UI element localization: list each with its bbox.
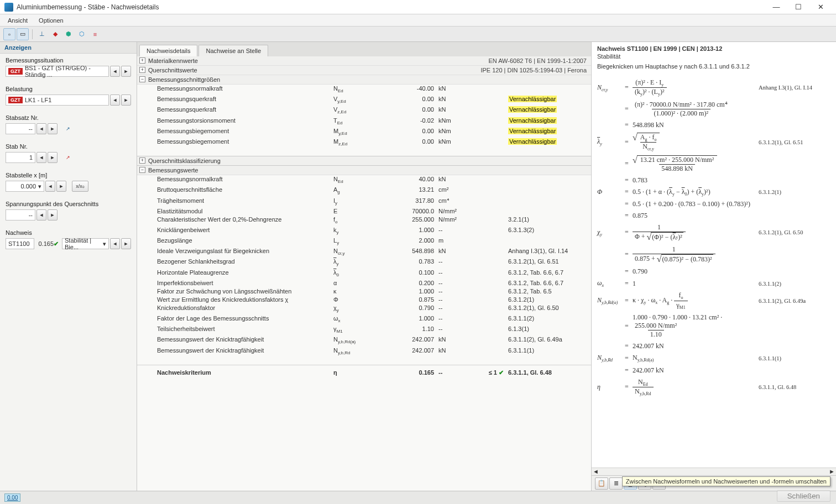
next-button[interactable]: ►	[48, 209, 58, 221]
menu-optionen[interactable]: Optionen	[33, 16, 69, 25]
statusbar: 0.00	[0, 491, 836, 504]
spannungspunkt-label: Spannungspunkt des Querschnitts	[6, 201, 131, 207]
table-row: Faktor zur Schwächung von Längsschweißnä…	[137, 287, 591, 296]
scroll-left-icon[interactable]: ◄	[593, 468, 599, 475]
collapse-icon[interactable]: −	[139, 167, 145, 173]
formula-description: Biegeknicken um Hauptachse y nach 6.3.1.…	[592, 63, 836, 73]
center-panel: Nachweisdetails Nachweise an Stelle + Ma…	[137, 42, 592, 491]
maximize-button[interactable]: ☐	[787, 0, 809, 14]
menubar: Ansicht Optionen	[0, 14, 836, 27]
stab-label: Stab Nr.	[6, 143, 131, 150]
nachweis-label: Nachweis	[6, 229, 131, 236]
menu-ansicht[interactable]: Ansicht	[2, 16, 33, 25]
stab-input[interactable]: 1	[6, 152, 35, 163]
table-row: BemessungsnormalkraftNEd40.00kN	[137, 175, 591, 186]
pick-member-icon[interactable]: ↗	[63, 123, 73, 134]
app-icon	[4, 3, 13, 12]
x-ratio-button[interactable]: x/x₀	[72, 181, 88, 192]
table-row: BemessungsquerkraftVz,Ed0.00kNVernachläs…	[137, 106, 591, 116]
section-klassifizierung[interactable]: + Querschnittsklassifizierung	[137, 156, 591, 166]
tool-pan-icon[interactable]: ▭	[17, 28, 29, 40]
list-icon[interactable]: ≣	[609, 477, 623, 490]
table-row: BemessungsbiegemomentMy,Ed0.00kNmVernach…	[137, 127, 591, 138]
criterion-row: Nachweiskriterium η 0.165 -- ≤ 1 ✔ 6.3.1…	[137, 365, 591, 380]
status-value[interactable]: 0.00	[4, 494, 20, 502]
separator-icon	[32, 29, 33, 39]
stabsatz-input[interactable]: --	[6, 123, 35, 134]
prev-button[interactable]: ◄	[110, 95, 120, 106]
table-row: Horizontale Plateaugrenzeλ00.100--6.3.1.…	[137, 269, 591, 279]
expand-icon[interactable]: +	[139, 57, 145, 64]
formula-chi: χy= 1Φ + (Φ)² − (λy)² 6.3.1.2(1), Gl. 6.…	[597, 223, 830, 242]
tool-stress-icon[interactable]: ◆	[49, 28, 61, 40]
nachweis-category-combo[interactable]: Stabilität | Bie... ▾	[62, 238, 109, 249]
stabsatz-label: Stabsatz Nr.	[6, 114, 131, 121]
formula-ncry: Ncr,y= (π)² · E · Iy(ky)² · (Ly)² Anhang…	[597, 78, 830, 97]
formula-nybrd: Ny,b,Rd=Ny,b,Rd(a) 6.3.1.1(1)	[597, 354, 830, 363]
material-value: EN AW-6082 T6 | EN 1999-1-1:2007	[488, 57, 587, 64]
next-button[interactable]: ►	[48, 152, 58, 163]
prev-button[interactable]: ◄	[36, 152, 46, 163]
table-row: Knicklängenbeiwertky1.000--6.3.1.3(2)	[137, 226, 591, 237]
tool-diagram-icon[interactable]: ≡	[89, 28, 101, 40]
close-dialog-button[interactable]: Schließen	[777, 490, 830, 502]
section-schnittgroessen[interactable]: − Bemessungsschnittgrößen	[137, 75, 591, 85]
close-button[interactable]: ✕	[809, 0, 832, 14]
expand-icon[interactable]: +	[139, 158, 145, 164]
check-icon: ✔	[499, 369, 504, 376]
details-grid[interactable]: + Materialkennwerte EN AW-6082 T6 | EN 1…	[137, 56, 591, 491]
prev-button[interactable]: ◄	[36, 209, 46, 221]
nachweis-id-input[interactable]: ST1100	[6, 238, 34, 249]
table-row: BemessungsnormalkraftNEd-40.00kN	[137, 85, 591, 95]
tab-details[interactable]: Nachweisdetails	[139, 45, 197, 56]
collapse-icon[interactable]: −	[139, 76, 145, 82]
prev-button[interactable]: ◄	[110, 66, 120, 77]
section-querschnitt[interactable]: + Querschnittswerte IPE 120 | DIN 1025-5…	[137, 66, 591, 75]
formula-stability: Stabilität	[592, 53, 836, 63]
nachweis-ratio: 0.165 ✔	[35, 238, 61, 249]
table-row: TeilsicherheitsbeiwertγM11.10--6.1.3(1)	[137, 325, 591, 335]
formula-lambda: λy= Ag · foNcr,y 6.3.1.2(1), Gl. 6.51	[597, 133, 830, 152]
left-panel: Anzeigen Bemessungssituation GZTBS1 - GZ…	[0, 42, 137, 491]
table-row: Bemessungswert der KnicktragfähigkeitNy,…	[137, 335, 591, 346]
tool-select-icon[interactable]: ▫	[3, 28, 15, 40]
section-bemessungswerte[interactable]: − Bemessungswerte	[137, 166, 591, 175]
bemessungssituation-label: Bemessungssituation	[6, 57, 131, 64]
tool-colors-icon[interactable]: ⬢	[62, 28, 75, 40]
table-row: Knickreduktionsfaktorχy0.790--6.3.1.2(1)…	[137, 304, 591, 314]
next-button[interactable]: ►	[121, 238, 131, 249]
scroll-right-icon[interactable]: ►	[829, 468, 835, 475]
section-value: IPE 120 | DIN 1025-5:1994-03 | Ferona	[480, 67, 587, 74]
left-header: Anzeigen	[0, 42, 137, 54]
next-button[interactable]: ►	[121, 66, 131, 77]
table-row: Bezogener Schlankheitsgradλy0.783--6.3.1…	[137, 258, 591, 268]
prev-button[interactable]: ◄	[45, 181, 55, 192]
next-button[interactable]: ►	[56, 181, 66, 192]
table-row: TrägheitsmomentIy317.80cm⁴	[137, 197, 591, 207]
table-row: BemessungstorsionsmomentTEd-0.02kNmVerna…	[137, 117, 591, 127]
formula-scroll[interactable]: Ncr,y= (π)² · E · Iy(ky)² · (Ly)² Anhang…	[592, 73, 836, 468]
pick-member-icon[interactable]: ↗	[63, 152, 73, 163]
tool-section-icon[interactable]: ⊥	[36, 28, 48, 40]
prev-button[interactable]: ◄	[110, 238, 120, 249]
spannungspunkt-input[interactable]: --	[6, 209, 35, 221]
section-material[interactable]: + Materialkennwerte EN AW-6082 T6 | EN 1…	[137, 56, 591, 66]
table-row: BemessungsquerkraftVy,Ed0.00kNVernachläs…	[137, 95, 591, 106]
tool-hatch-icon[interactable]: ⬡	[76, 28, 88, 40]
table-row: Wert zur Ermittlung des Knickreduktionsf…	[137, 296, 591, 304]
expand-icon[interactable]: +	[139, 67, 145, 73]
minimize-button[interactable]: —	[765, 0, 787, 14]
table-row: ElastizitätsmodulE70000.0N/mm²	[137, 207, 591, 216]
formula-phi: Φ= 0.5 · (1 + α · (λy − λ0) + (λy)²) 6.3…	[597, 188, 830, 197]
table-row: BemessungsbiegemomentMz,Ed0.00kNmVernach…	[137, 138, 591, 148]
next-button[interactable]: ►	[48, 123, 58, 134]
main-toolbar: ▫ ▭ ⊥ ◆ ⬢ ⬡ ≡	[0, 27, 836, 42]
stabstelle-label: Stabstelle x [m]	[6, 172, 131, 179]
prev-button[interactable]: ◄	[36, 123, 46, 134]
next-button[interactable]: ►	[121, 95, 131, 106]
copy-icon[interactable]: 📋	[595, 477, 608, 490]
bemessungssituation-combo[interactable]: GZTBS1 - GZT (STR/GEO) - Ständig ...	[6, 66, 109, 77]
belastung-combo[interactable]: GZTLK1 - LF1	[6, 95, 109, 106]
stabstelle-input[interactable]: 0.000 ▾	[6, 181, 44, 192]
tab-stelle[interactable]: Nachweise an Stelle	[198, 45, 268, 56]
